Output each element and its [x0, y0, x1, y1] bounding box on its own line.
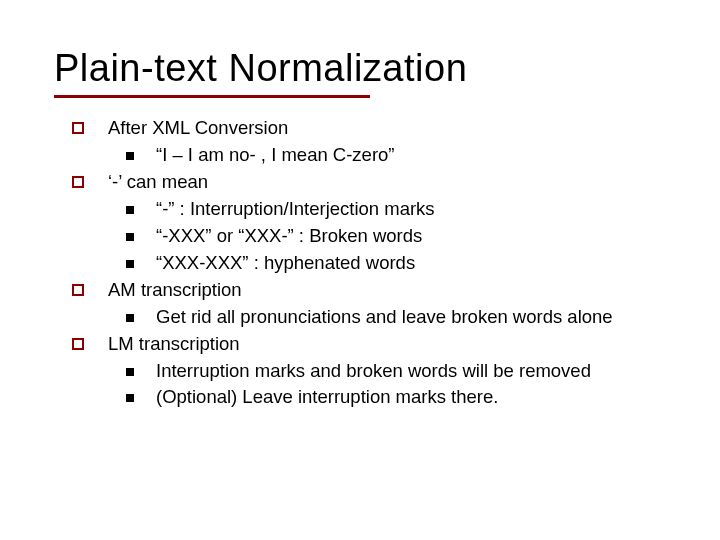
filled-square-bullet-icon — [126, 368, 134, 376]
sublist-item: “-” : Interruption/Interjection marks — [126, 197, 666, 222]
list-item: After XML Conversion — [72, 116, 666, 141]
square-bullet-icon — [72, 338, 84, 350]
square-bullet-icon — [72, 284, 84, 296]
list-item: AM transcription — [72, 278, 666, 303]
sublist-item-label: (Optional) Leave interruption marks ther… — [156, 385, 666, 410]
list-item-label: ‘-’ can mean — [108, 170, 666, 195]
sublist-item: “I – I am no- , I mean C-zero” — [126, 143, 666, 168]
slide: Plain-text Normalization After XML Conve… — [0, 0, 720, 410]
filled-square-bullet-icon — [126, 152, 134, 160]
list-item: ‘-’ can mean — [72, 170, 666, 195]
filled-square-bullet-icon — [126, 206, 134, 214]
sublist-item: Get rid all pronunciations and leave bro… — [126, 305, 666, 330]
filled-square-bullet-icon — [126, 260, 134, 268]
square-bullet-icon — [72, 176, 84, 188]
list-item-label: AM transcription — [108, 278, 666, 303]
filled-square-bullet-icon — [126, 394, 134, 402]
sublist-item: “-XXX” or “XXX-” : Broken words — [126, 224, 666, 249]
sublist-item: “XXX-XXX” : hyphenated words — [126, 251, 666, 276]
sublist-item-label: Interruption marks and broken words will… — [156, 359, 666, 384]
slide-title: Plain-text Normalization — [54, 48, 666, 90]
sublist-item-label: “-” : Interruption/Interjection marks — [156, 197, 666, 222]
content: After XML Conversion “I – I am no- , I m… — [54, 116, 666, 411]
list-item-label: After XML Conversion — [108, 116, 666, 141]
title-block: Plain-text Normalization — [54, 48, 666, 90]
list-item: LM transcription — [72, 332, 666, 357]
list-item-label: LM transcription — [108, 332, 666, 357]
filled-square-bullet-icon — [126, 314, 134, 322]
sublist-item-label: “I – I am no- , I mean C-zero” — [156, 143, 666, 168]
sublist-item-label: “XXX-XXX” : hyphenated words — [156, 251, 666, 276]
square-bullet-icon — [72, 122, 84, 134]
filled-square-bullet-icon — [126, 233, 134, 241]
sublist-item: Interruption marks and broken words will… — [126, 359, 666, 384]
sublist-item-label: Get rid all pronunciations and leave bro… — [156, 305, 666, 330]
sublist-item-label: “-XXX” or “XXX-” : Broken words — [156, 224, 666, 249]
sublist-item: (Optional) Leave interruption marks ther… — [126, 385, 666, 410]
title-underline — [54, 95, 370, 98]
